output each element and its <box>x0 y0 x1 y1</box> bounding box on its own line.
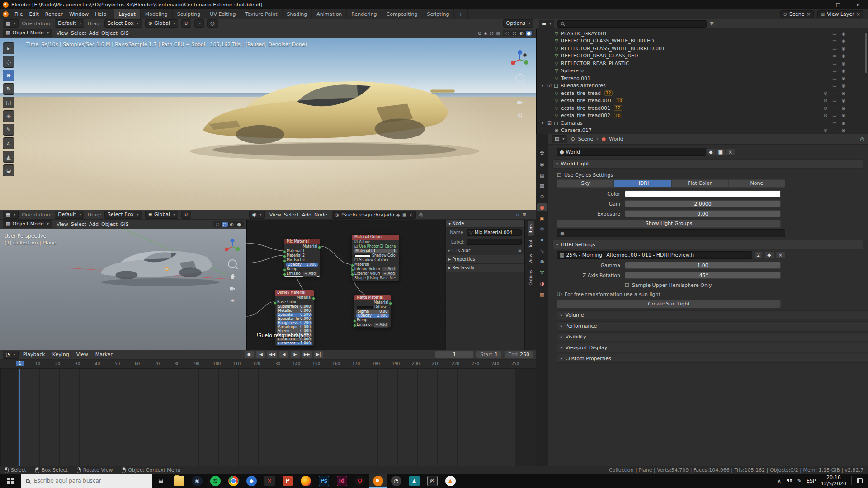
drag-dropdown[interactable]: Select Box <box>104 19 142 28</box>
users-count-button[interactable]: 2 <box>754 251 763 259</box>
outliner-row[interactable]: ▾ ☑ □ Camaras ⊙ ▭ ◉ <box>536 119 868 127</box>
show-light-groups-button[interactable]: Show Light Groups <box>557 220 781 228</box>
indesign[interactable]: Id <box>333 474 351 488</box>
instagram[interactable]: ◎ <box>423 474 441 488</box>
tab-object[interactable]: ▣ <box>537 214 547 222</box>
world-color-swatch[interactable] <box>625 190 781 197</box>
outliner-row[interactable]: ☑ ▽ ecsta_tire_tread001 12 ⊙ ▭ ◉ <box>536 104 868 112</box>
disable-in-viewports-toggle[interactable]: ▭ <box>831 83 838 88</box>
node-matte-material[interactable]: Matte Material MaterialDiffuse ColorSigm… <box>354 295 391 328</box>
tab-constraints[interactable]: ⊗ <box>537 258 547 266</box>
photoshop[interactable]: Ps <box>315 474 333 488</box>
orientation-dropdown[interactable]: Default <box>55 211 84 219</box>
gizmos-toggle-icon[interactable]: ◈ <box>484 31 487 36</box>
disable-in-viewports-toggle[interactable]: ▭ <box>831 31 838 36</box>
start-frame-field[interactable]: Start1 <box>476 351 502 358</box>
object-name[interactable]: Sphere <box>561 68 579 74</box>
camera-view-icon[interactable] <box>515 98 524 107</box>
viewport-menu[interactable]: Add <box>88 221 100 227</box>
snap-target-dropdown[interactable] <box>194 19 204 28</box>
outliner-row[interactable]: ☑ ◉ Camera.017 ⊙ ▭ ◉ <box>536 127 868 134</box>
solid-shading[interactable]: ○ <box>512 31 518 36</box>
world-datablock-field[interactable]: ●World <box>557 148 706 156</box>
material-shading[interactable]: ◐ <box>229 222 235 227</box>
fake-user-button[interactable]: ◆ <box>706 148 715 156</box>
scene-crumb[interactable]: Scene <box>578 136 594 142</box>
next-keyframe-button[interactable]: ▶▶ <box>302 351 312 358</box>
node-row[interactable]: Sigma0.00 <box>356 310 389 314</box>
disable-in-renders-toggle[interactable]: ◉ <box>840 128 847 133</box>
tab-view-layer[interactable]: ▦ <box>537 182 547 190</box>
exposure-slider[interactable]: 0.00 <box>625 210 781 217</box>
light-group-list[interactable]: ● <box>557 229 785 237</box>
topbar-menu[interactable]: File <box>11 9 26 19</box>
node-header[interactable]: Material Output <box>352 235 399 240</box>
outliner-row[interactable]: ☑ ▽ ecsta_tire_tread.001 10 ⊙ ▭ ◉ <box>536 97 868 105</box>
overlay-icon[interactable]: ⊞ <box>523 212 527 218</box>
viewport-menu[interactable]: GIS <box>119 221 130 227</box>
light-type-button[interactable]: None <box>728 179 785 188</box>
presets-icon[interactable]: ≡ <box>518 248 522 253</box>
node-panel-header[interactable]: ▾ Node <box>446 220 524 228</box>
hide-in-viewport-toggle[interactable]: ⊙ <box>822 98 829 103</box>
outliner-row[interactable]: ☑ ▽ REFLECTOR_REAR_PLASTIC ⊙ ▭ ◉ <box>536 60 868 67</box>
node-editor-menu[interactable]: Node <box>313 212 329 218</box>
disable-in-renders-toggle[interactable]: ◉ <box>840 38 847 43</box>
pen-icon[interactable]: ✎ <box>797 478 802 484</box>
workspace-tab[interactable]: Sculpting <box>173 9 205 19</box>
tab-output[interactable]: ▤ <box>537 171 547 179</box>
object-name[interactable]: REFLECTOR_REAR_GLASS_RED <box>561 53 638 59</box>
disable-in-renders-toggle[interactable]: ◉ <box>840 76 847 81</box>
outliner-row[interactable]: ☑ ▽ ecsta_tire_tread002 10 ⊙ ▭ ◉ <box>536 112 868 120</box>
rendered-shading[interactable]: ● <box>526 31 532 36</box>
blender-menu-icon[interactable] <box>3 11 9 17</box>
obs[interactable]: ◔ <box>387 474 405 488</box>
firefox[interactable] <box>297 474 315 488</box>
ortho-grid-icon[interactable]: ⊞ <box>228 296 237 305</box>
outliner-row[interactable]: ☑ ▽ REFLECTOR_GLASS_WHITE_BLURRED ⊙ ▭ ◉ <box>536 38 868 45</box>
disable-in-renders-toggle[interactable]: ◉ <box>840 98 847 103</box>
outliner-row[interactable]: ☑ ▽ Sphere ⚙ ⊙ ▭ ◉ <box>536 67 868 75</box>
sample-upper-checkbox[interactable]: ☐ <box>625 282 629 288</box>
node-row[interactable]: Diffuse Color <box>354 305 391 310</box>
node-row[interactable]: Shadow Color <box>352 253 399 258</box>
disable-in-renders-toggle[interactable]: ◉ <box>840 53 847 58</box>
search-input[interactable] <box>34 478 138 484</box>
topbar-menu[interactable]: Render <box>42 9 66 19</box>
disable-in-viewports-toggle[interactable]: ▭ <box>831 61 838 66</box>
viewport-menu[interactable]: Select <box>70 221 88 227</box>
outliner-row[interactable]: ☑ ▽ Terreno.001 ⊙ ▭ ◉ <box>536 75 868 82</box>
node-row[interactable]: Material <box>284 244 320 249</box>
light-type-button[interactable]: HDRI <box>614 179 671 188</box>
collapsed-panel-header[interactable]: ▸Visibility <box>557 332 868 341</box>
z-axis-rotation-field[interactable]: -45° <box>625 272 781 279</box>
node-row[interactable]: Mix Factor <box>284 258 320 263</box>
axis-gizmo[interactable] <box>510 50 530 70</box>
disable-in-renders-toggle[interactable]: ◉ <box>840 91 847 96</box>
viewport-menu[interactable]: View <box>55 30 70 36</box>
object-name[interactable]: ecsta_tire_tread.001 <box>561 98 612 103</box>
disable-in-viewports-toggle[interactable]: ▭ <box>831 98 838 103</box>
node-row[interactable]: Opacity1.000 <box>286 263 318 267</box>
node-row[interactable]: Subsurface0.000 <box>277 305 312 309</box>
overlays-toggle-icon[interactable]: ◎ <box>490 31 494 36</box>
node-row[interactable]: Roughness0.200 <box>277 321 312 325</box>
editor-type-button[interactable]: ◉ <box>249 211 265 219</box>
menu-icon[interactable]: ≡ <box>529 212 533 218</box>
current-frame-indicator[interactable]: 1 <box>16 361 24 366</box>
viewport-menu[interactable]: Object <box>100 221 119 227</box>
solid-shading[interactable]: ○ <box>222 222 228 227</box>
disable-in-viewports-toggle[interactable]: ▭ <box>831 53 838 58</box>
ortho-grid-icon[interactable]: ⊞ <box>515 110 524 119</box>
node-row[interactable]: Exterior VolumeAdd <box>352 272 399 276</box>
workspace-tab[interactable]: Animation <box>312 9 347 19</box>
select-box-tool[interactable]: ▸ <box>3 42 14 54</box>
disable-in-viewports-toggle[interactable]: ▭ <box>831 38 838 43</box>
editor-type-button[interactable]: ▤ <box>552 135 567 143</box>
object-name[interactable]: REFLECTOR_GLASS_WHITE_BLURRED <box>561 38 654 44</box>
workspace-tab[interactable]: Scripting <box>422 9 454 19</box>
gain-slider[interactable]: 2.0000 <box>625 200 781 207</box>
snap-toggle[interactable]: ∪ <box>181 19 191 28</box>
viewport-menu[interactable]: View <box>55 221 70 227</box>
expand-icon[interactable]: ▾ <box>542 121 546 125</box>
